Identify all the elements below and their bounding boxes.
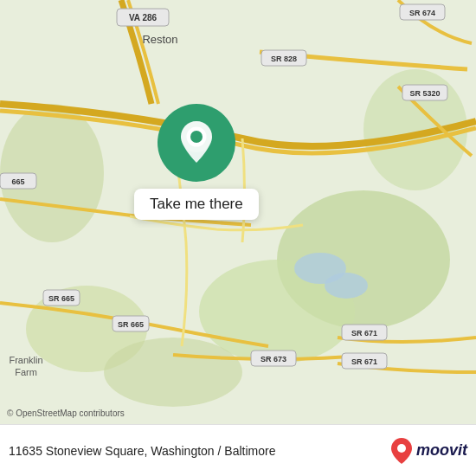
svg-text:Franklin: Franklin [9, 355, 42, 365]
svg-point-35 [397, 444, 406, 453]
take-me-there-button[interactable]: Take me there [134, 189, 259, 220]
svg-point-34 [190, 131, 203, 143]
svg-text:SR 5320: SR 5320 [409, 89, 440, 98]
map-popup: Take me there [134, 104, 259, 220]
svg-text:SR 674: SR 674 [409, 9, 435, 17]
moovit-brand-text: moovit [416, 441, 467, 460]
moovit-logo: moovit [390, 437, 467, 465]
location-pin-icon [177, 119, 215, 166]
svg-text:VA 286: VA 286 [129, 13, 158, 23]
svg-text:SR 828: SR 828 [271, 55, 297, 63]
copyright-text: © OpenStreetMap contributors [7, 408, 125, 418]
svg-point-6 [104, 338, 242, 407]
svg-point-8 [325, 273, 368, 299]
svg-text:SR 665: SR 665 [48, 294, 74, 303]
moovit-pin-icon [390, 437, 413, 465]
svg-text:SR 673: SR 673 [261, 355, 286, 363]
address-text: 11635 Stoneview Square, Washington / Bal… [9, 444, 390, 458]
map-container: VA 286 665 SR 665 SR 665 SR 828 SR 5320 … [0, 0, 476, 424]
popup-bubble [158, 104, 235, 182]
svg-text:Reston: Reston [142, 33, 177, 46]
svg-text:SR 671: SR 671 [351, 357, 377, 366]
svg-text:SR 665: SR 665 [118, 320, 144, 329]
footer: 11635 Stoneview Square, Washington / Bal… [0, 424, 476, 476]
svg-text:Farm: Farm [15, 367, 37, 377]
svg-text:SR 671: SR 671 [351, 329, 377, 338]
svg-text:665: 665 [11, 177, 24, 186]
